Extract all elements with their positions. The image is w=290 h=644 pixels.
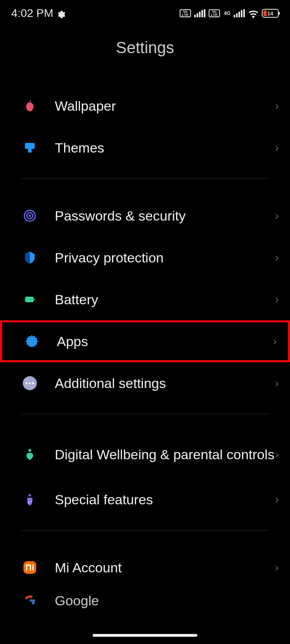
settings-item-privacy-protection[interactable]: Privacy protection › xyxy=(0,237,290,279)
item-label: Mi Account xyxy=(55,559,275,576)
item-label: Google xyxy=(55,592,279,609)
settings-item-themes[interactable]: Themes › xyxy=(0,127,290,169)
chevron-right-icon: › xyxy=(275,448,279,461)
settings-list: Wallpaper › Themes › Passwords & securit… xyxy=(0,85,290,613)
wellbeing-icon xyxy=(21,446,39,463)
battery-level-text: 14 xyxy=(267,10,273,17)
settings-item-additional-settings[interactable]: Additional settings › xyxy=(0,362,290,404)
settings-item-google[interactable]: Google xyxy=(0,588,290,613)
chevron-right-icon: › xyxy=(275,141,279,154)
status-bar: 4:02 PM VoLTE VoLTE 4G 14 xyxy=(0,0,290,24)
settings-item-apps[interactable]: Apps › xyxy=(0,320,290,362)
chevron-right-icon: › xyxy=(275,377,279,390)
svg-point-10 xyxy=(32,382,34,384)
item-label: Special features xyxy=(55,491,275,508)
item-label: Passwords & security xyxy=(55,208,275,224)
item-label: Privacy protection xyxy=(55,250,275,266)
svg-rect-5 xyxy=(25,297,33,302)
svg-rect-6 xyxy=(33,299,34,301)
signal-icon-1 xyxy=(194,9,205,17)
apps-gear-icon xyxy=(23,332,41,350)
chevron-right-icon: › xyxy=(275,493,279,506)
settings-item-digital-wellbeing[interactable]: Digital Wellbeing & parental controls › xyxy=(0,430,290,479)
settings-item-wallpaper[interactable]: Wallpaper › xyxy=(0,85,290,127)
clock-text: 4:02 PM xyxy=(11,7,53,20)
svg-rect-1 xyxy=(28,149,32,153)
chevron-right-icon: › xyxy=(275,293,279,306)
svg-point-12 xyxy=(29,494,31,497)
chevron-right-icon: › xyxy=(275,209,279,222)
item-label: Themes xyxy=(55,140,275,156)
item-label: Wallpaper xyxy=(55,98,275,114)
page-title: Settings xyxy=(0,24,290,85)
svg-rect-0 xyxy=(25,143,35,149)
section-divider xyxy=(21,530,269,530)
status-left: 4:02 PM xyxy=(11,7,66,20)
chevron-right-icon: › xyxy=(275,99,279,112)
settings-item-passwords-security[interactable]: Passwords & security › xyxy=(0,195,290,237)
volte-icon-2: VoLTE xyxy=(209,9,220,17)
mi-logo-icon xyxy=(21,559,39,576)
fingerprint-icon xyxy=(21,207,39,225)
gear-icon xyxy=(57,9,66,18)
network-type-label: 4G xyxy=(224,11,230,16)
flask-icon xyxy=(21,491,39,508)
section-divider xyxy=(21,414,269,414)
chevron-right-icon: › xyxy=(275,251,279,264)
svg-point-11 xyxy=(28,449,31,452)
section-divider xyxy=(21,178,269,179)
volte-icon-1: VoLTE xyxy=(180,9,191,17)
item-label: Digital Wellbeing & parental controls xyxy=(55,446,275,463)
shield-icon xyxy=(21,249,39,266)
signal-icon-2 xyxy=(234,9,245,17)
status-right: VoLTE VoLTE 4G 14 xyxy=(180,9,279,18)
wifi-icon xyxy=(248,9,259,17)
settings-item-battery[interactable]: Battery › xyxy=(0,279,290,320)
google-icon xyxy=(21,592,39,609)
svg-point-13 xyxy=(28,502,29,503)
svg-point-8 xyxy=(26,382,28,384)
item-label: Additional settings xyxy=(55,375,275,392)
settings-item-special-features[interactable]: Special features › xyxy=(0,479,290,520)
themes-icon xyxy=(21,139,39,157)
svg-point-14 xyxy=(31,501,31,502)
battery-icon: 14 xyxy=(262,9,279,18)
item-label: Apps xyxy=(57,333,273,350)
svg-point-4 xyxy=(29,215,31,217)
more-icon xyxy=(21,374,39,392)
item-label: Battery xyxy=(55,291,275,308)
home-indicator[interactable] xyxy=(93,634,197,637)
chevron-right-icon: › xyxy=(275,561,279,574)
settings-item-mi-account[interactable]: Mi Account › xyxy=(0,547,290,588)
battery-item-icon xyxy=(21,291,39,308)
wallpaper-icon xyxy=(21,97,39,115)
svg-point-9 xyxy=(29,382,31,384)
chevron-right-icon: › xyxy=(273,335,277,348)
